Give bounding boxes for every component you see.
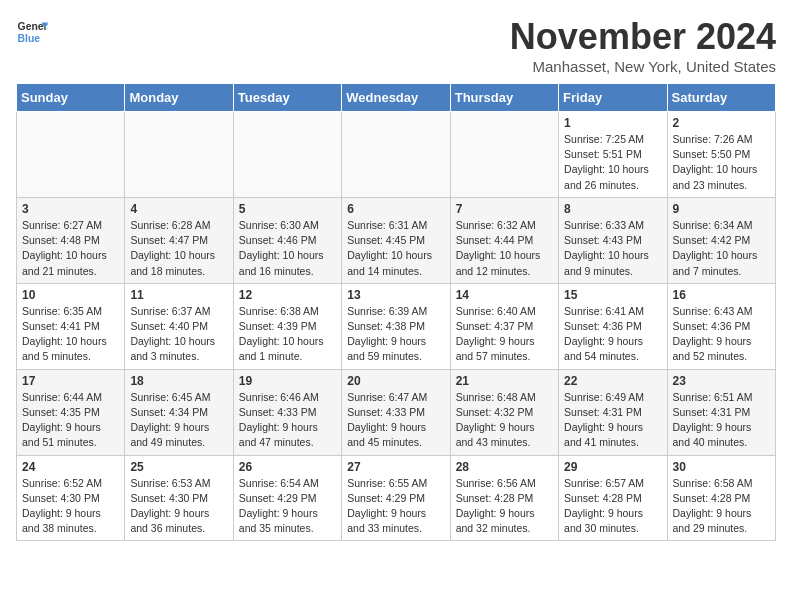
day-number: 19 (239, 374, 336, 388)
day-info: Sunrise: 6:40 AM Sunset: 4:37 PM Dayligh… (456, 304, 553, 365)
day-cell: 28Sunrise: 6:56 AM Sunset: 4:28 PM Dayli… (450, 455, 558, 541)
logo: General Blue (16, 16, 48, 48)
day-info: Sunrise: 6:35 AM Sunset: 4:41 PM Dayligh… (22, 304, 119, 365)
day-number: 12 (239, 288, 336, 302)
day-cell: 24Sunrise: 6:52 AM Sunset: 4:30 PM Dayli… (17, 455, 125, 541)
day-number: 23 (673, 374, 770, 388)
day-cell: 1Sunrise: 7:25 AM Sunset: 5:51 PM Daylig… (559, 112, 667, 198)
day-cell: 12Sunrise: 6:38 AM Sunset: 4:39 PM Dayli… (233, 283, 341, 369)
day-number: 13 (347, 288, 444, 302)
day-info: Sunrise: 6:41 AM Sunset: 4:36 PM Dayligh… (564, 304, 661, 365)
day-cell: 22Sunrise: 6:49 AM Sunset: 4:31 PM Dayli… (559, 369, 667, 455)
day-cell: 7Sunrise: 6:32 AM Sunset: 4:44 PM Daylig… (450, 197, 558, 283)
day-cell: 17Sunrise: 6:44 AM Sunset: 4:35 PM Dayli… (17, 369, 125, 455)
day-number: 8 (564, 202, 661, 216)
day-number: 22 (564, 374, 661, 388)
day-info: Sunrise: 6:38 AM Sunset: 4:39 PM Dayligh… (239, 304, 336, 365)
day-info: Sunrise: 6:51 AM Sunset: 4:31 PM Dayligh… (673, 390, 770, 451)
day-header-thursday: Thursday (450, 84, 558, 112)
day-number: 5 (239, 202, 336, 216)
calendar-table: SundayMondayTuesdayWednesdayThursdayFrid… (16, 83, 776, 541)
header-row: SundayMondayTuesdayWednesdayThursdayFrid… (17, 84, 776, 112)
month-title: November 2024 (510, 16, 776, 58)
day-header-tuesday: Tuesday (233, 84, 341, 112)
week-row-5: 24Sunrise: 6:52 AM Sunset: 4:30 PM Dayli… (17, 455, 776, 541)
day-header-friday: Friday (559, 84, 667, 112)
day-info: Sunrise: 6:44 AM Sunset: 4:35 PM Dayligh… (22, 390, 119, 451)
day-info: Sunrise: 6:49 AM Sunset: 4:31 PM Dayligh… (564, 390, 661, 451)
day-number: 7 (456, 202, 553, 216)
day-info: Sunrise: 6:27 AM Sunset: 4:48 PM Dayligh… (22, 218, 119, 279)
day-info: Sunrise: 6:53 AM Sunset: 4:30 PM Dayligh… (130, 476, 227, 537)
day-cell: 9Sunrise: 6:34 AM Sunset: 4:42 PM Daylig… (667, 197, 775, 283)
day-number: 30 (673, 460, 770, 474)
day-cell: 11Sunrise: 6:37 AM Sunset: 4:40 PM Dayli… (125, 283, 233, 369)
day-info: Sunrise: 6:45 AM Sunset: 4:34 PM Dayligh… (130, 390, 227, 451)
day-number: 15 (564, 288, 661, 302)
day-cell: 3Sunrise: 6:27 AM Sunset: 4:48 PM Daylig… (17, 197, 125, 283)
day-cell (450, 112, 558, 198)
day-cell: 19Sunrise: 6:46 AM Sunset: 4:33 PM Dayli… (233, 369, 341, 455)
location-title: Manhasset, New York, United States (510, 58, 776, 75)
day-cell: 20Sunrise: 6:47 AM Sunset: 4:33 PM Dayli… (342, 369, 450, 455)
day-cell: 8Sunrise: 6:33 AM Sunset: 4:43 PM Daylig… (559, 197, 667, 283)
day-number: 3 (22, 202, 119, 216)
logo-icon: General Blue (16, 16, 48, 48)
header: General Blue November 2024 Manhasset, Ne… (16, 16, 776, 75)
day-cell: 15Sunrise: 6:41 AM Sunset: 4:36 PM Dayli… (559, 283, 667, 369)
day-info: Sunrise: 6:54 AM Sunset: 4:29 PM Dayligh… (239, 476, 336, 537)
day-cell: 4Sunrise: 6:28 AM Sunset: 4:47 PM Daylig… (125, 197, 233, 283)
svg-text:Blue: Blue (18, 33, 41, 44)
day-info: Sunrise: 6:46 AM Sunset: 4:33 PM Dayligh… (239, 390, 336, 451)
day-number: 16 (673, 288, 770, 302)
day-number: 14 (456, 288, 553, 302)
day-cell: 13Sunrise: 6:39 AM Sunset: 4:38 PM Dayli… (342, 283, 450, 369)
day-cell (233, 112, 341, 198)
day-cell (17, 112, 125, 198)
day-number: 24 (22, 460, 119, 474)
day-cell: 5Sunrise: 6:30 AM Sunset: 4:46 PM Daylig… (233, 197, 341, 283)
day-info: Sunrise: 6:58 AM Sunset: 4:28 PM Dayligh… (673, 476, 770, 537)
day-info: Sunrise: 6:48 AM Sunset: 4:32 PM Dayligh… (456, 390, 553, 451)
day-info: Sunrise: 6:55 AM Sunset: 4:29 PM Dayligh… (347, 476, 444, 537)
day-info: Sunrise: 6:47 AM Sunset: 4:33 PM Dayligh… (347, 390, 444, 451)
week-row-4: 17Sunrise: 6:44 AM Sunset: 4:35 PM Dayli… (17, 369, 776, 455)
day-cell: 27Sunrise: 6:55 AM Sunset: 4:29 PM Dayli… (342, 455, 450, 541)
day-number: 25 (130, 460, 227, 474)
day-cell: 23Sunrise: 6:51 AM Sunset: 4:31 PM Dayli… (667, 369, 775, 455)
day-info: Sunrise: 6:37 AM Sunset: 4:40 PM Dayligh… (130, 304, 227, 365)
day-info: Sunrise: 6:31 AM Sunset: 4:45 PM Dayligh… (347, 218, 444, 279)
day-number: 20 (347, 374, 444, 388)
day-number: 27 (347, 460, 444, 474)
day-number: 4 (130, 202, 227, 216)
day-cell: 16Sunrise: 6:43 AM Sunset: 4:36 PM Dayli… (667, 283, 775, 369)
day-info: Sunrise: 6:57 AM Sunset: 4:28 PM Dayligh… (564, 476, 661, 537)
day-number: 11 (130, 288, 227, 302)
week-row-1: 1Sunrise: 7:25 AM Sunset: 5:51 PM Daylig… (17, 112, 776, 198)
day-info: Sunrise: 6:39 AM Sunset: 4:38 PM Dayligh… (347, 304, 444, 365)
day-number: 28 (456, 460, 553, 474)
day-number: 29 (564, 460, 661, 474)
day-info: Sunrise: 6:33 AM Sunset: 4:43 PM Dayligh… (564, 218, 661, 279)
day-number: 26 (239, 460, 336, 474)
day-cell: 30Sunrise: 6:58 AM Sunset: 4:28 PM Dayli… (667, 455, 775, 541)
day-info: Sunrise: 6:56 AM Sunset: 4:28 PM Dayligh… (456, 476, 553, 537)
day-info: Sunrise: 6:30 AM Sunset: 4:46 PM Dayligh… (239, 218, 336, 279)
day-number: 17 (22, 374, 119, 388)
day-header-wednesday: Wednesday (342, 84, 450, 112)
day-cell (342, 112, 450, 198)
day-number: 6 (347, 202, 444, 216)
title-area: November 2024 Manhasset, New York, Unite… (510, 16, 776, 75)
day-cell: 21Sunrise: 6:48 AM Sunset: 4:32 PM Dayli… (450, 369, 558, 455)
day-header-monday: Monday (125, 84, 233, 112)
day-cell: 2Sunrise: 7:26 AM Sunset: 5:50 PM Daylig… (667, 112, 775, 198)
day-info: Sunrise: 6:52 AM Sunset: 4:30 PM Dayligh… (22, 476, 119, 537)
day-cell: 10Sunrise: 6:35 AM Sunset: 4:41 PM Dayli… (17, 283, 125, 369)
day-info: Sunrise: 7:26 AM Sunset: 5:50 PM Dayligh… (673, 132, 770, 193)
week-row-2: 3Sunrise: 6:27 AM Sunset: 4:48 PM Daylig… (17, 197, 776, 283)
day-info: Sunrise: 6:43 AM Sunset: 4:36 PM Dayligh… (673, 304, 770, 365)
day-header-sunday: Sunday (17, 84, 125, 112)
day-number: 10 (22, 288, 119, 302)
day-cell: 6Sunrise: 6:31 AM Sunset: 4:45 PM Daylig… (342, 197, 450, 283)
day-cell: 26Sunrise: 6:54 AM Sunset: 4:29 PM Dayli… (233, 455, 341, 541)
